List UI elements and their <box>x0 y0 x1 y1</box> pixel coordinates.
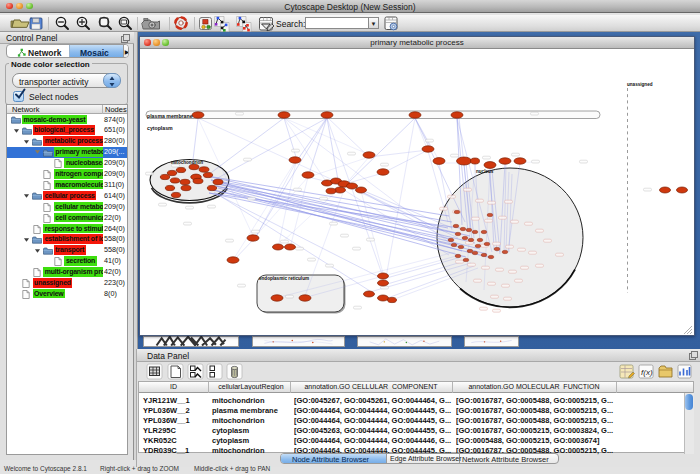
svg-text:endoplasmic reticulum: endoplasmic reticulum <box>259 276 309 281</box>
svg-text:nucleus: nucleus <box>476 169 494 174</box>
svg-text:plasma membrane: plasma membrane <box>147 113 193 119</box>
svg-text:mitochondrion: mitochondrion <box>171 160 203 165</box>
svg-text:f(x): f(x) <box>641 368 653 377</box>
svg-text:cytoplasm: cytoplasm <box>147 125 173 131</box>
svg-text:unassigned: unassigned <box>627 82 653 87</box>
